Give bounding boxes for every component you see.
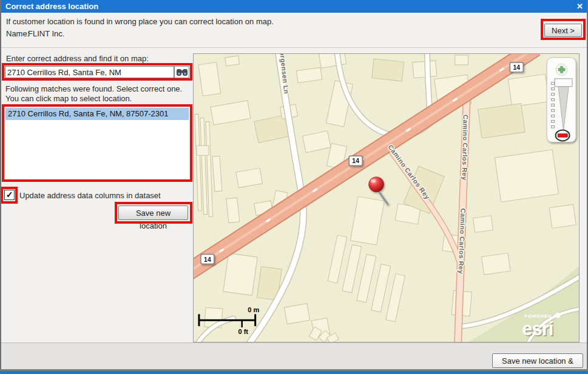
building — [473, 216, 493, 233]
header-divider — [1, 47, 587, 48]
scale-meters-label: 0 m — [248, 306, 259, 313]
correct-address-location-dialog: Correct address location ✕ If customer l… — [0, 0, 588, 374]
address-input[interactable] — [5, 66, 174, 78]
building — [226, 198, 240, 222]
update-columns-label: Update address data columns in dataset — [19, 191, 161, 200]
name-value: FLINT Inc. — [28, 29, 64, 38]
zoom-control — [547, 58, 576, 142]
building — [225, 56, 240, 66]
dialog-titlebar: Correct address location ✕ — [0, 0, 588, 13]
window-resize-strip — [0, 371, 588, 374]
building — [223, 253, 257, 296]
plus-icon — [560, 66, 563, 73]
update-columns-checkbox[interactable]: ✓ — [4, 190, 15, 200]
zoom-in-button[interactable] — [556, 64, 567, 75]
zoom-level-ticks — [552, 82, 555, 128]
instruction-text: If customer location is found in wrong p… — [6, 17, 274, 26]
checkmark-icon: ✓ — [6, 190, 13, 199]
save-new-location-exit-button[interactable]: Save new location & Exit — [492, 353, 583, 368]
zoom-slider-handle[interactable] — [555, 79, 572, 87]
route-shield-14: 14 — [204, 256, 211, 263]
building — [482, 253, 511, 275]
window-border-left — [0, 0, 1, 371]
building — [455, 55, 468, 65]
esri-dot — [555, 313, 561, 318]
building — [508, 74, 549, 107]
dialog-title: Correct address location — [5, 2, 98, 11]
next-button[interactable]: Next > — [544, 24, 582, 37]
building — [197, 145, 209, 155]
street-label-camino-vertical-1: Camino Carlos Rey — [461, 115, 470, 181]
enter-address-label: Enter correct address and find it on map… — [6, 54, 149, 63]
building — [478, 104, 525, 138]
matches-hint-text: Following matches were found. Select cor… — [5, 84, 191, 104]
building — [285, 304, 310, 324]
zoom-out-button[interactable] — [556, 130, 570, 141]
route-shield-14: 14 — [352, 158, 359, 164]
map-canvas[interactable]: Jorgensen Ln Camino Carlos Rey Camino Ca… — [193, 53, 580, 342]
matches-list: 2710 Cerrillos Rd, Santa Fe, NM, 87507-2… — [5, 108, 189, 178]
find-on-map-button[interactable] — [174, 66, 189, 78]
close-icon[interactable]: ✕ — [576, 1, 583, 12]
pin-head — [369, 177, 384, 192]
save-new-location-button[interactable]: Save new location — [118, 205, 188, 220]
minus-icon — [558, 133, 567, 137]
scale-feet-label: 0 ft — [238, 328, 249, 335]
building — [495, 150, 558, 202]
esri-logo: esri — [522, 318, 553, 339]
route-shield-14: 14 — [513, 64, 521, 71]
binoculars-icon — [177, 68, 188, 76]
name-label: Name: — [6, 29, 29, 38]
match-list-item-selected[interactable]: 2710 Cerrillos Rd, Santa Fe, NM, 87507-2… — [5, 108, 189, 120]
pin-highlight — [371, 179, 376, 183]
building — [372, 59, 404, 81]
building — [549, 204, 576, 228]
